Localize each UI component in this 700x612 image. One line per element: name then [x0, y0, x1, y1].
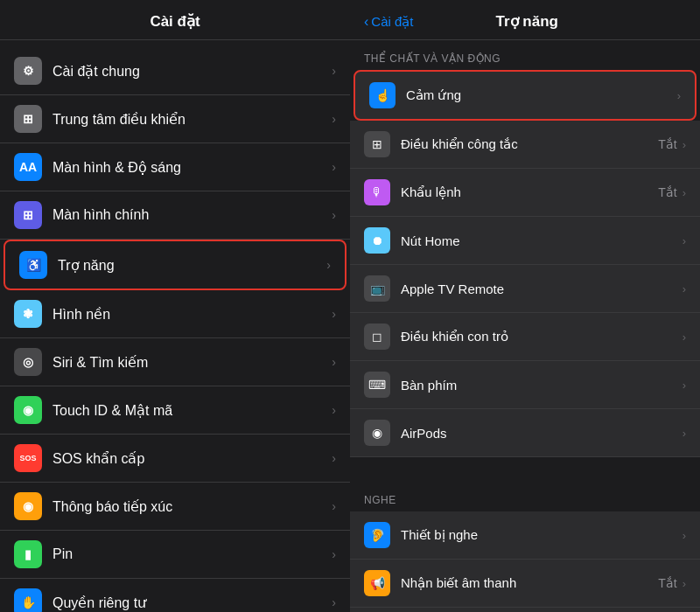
thiet-bi-nghe-chevron-icon: › — [682, 529, 686, 542]
nhan-biet-am-thanh-icon: 📢 — [364, 570, 390, 596]
left-item-sos[interactable]: SOSSOS khẩn cấp› — [0, 435, 350, 483]
section-header-the-chat-van-dong: THỂ CHẤT VÀ VẬN ĐỘNG — [350, 40, 700, 70]
ban-phim-icon: ⌨ — [364, 372, 390, 398]
hinh-nen-icon: ❃ — [14, 300, 42, 328]
nut-home-label: Nút Home — [401, 233, 682, 248]
hinh-nen-chevron-icon: › — [332, 307, 336, 321]
tro-nang-icon: ♿ — [19, 251, 47, 279]
pin-icon: ▮ — [14, 540, 42, 568]
dieu-khien-con-tro-label: Điều khiển con trỏ — [401, 329, 682, 344]
dieu-khien-con-tro-chevron-icon: › — [682, 330, 686, 344]
sos-icon: SOS — [14, 444, 42, 472]
right-item-airpods[interactable]: ◉AirPods› — [350, 409, 700, 457]
right-item-cam-ung[interactable]: ☝Cảm ứng› — [354, 70, 696, 121]
tro-nang-chevron-icon: › — [326, 258, 331, 272]
man-hinh-chinh-label: Màn hình chính — [52, 207, 325, 223]
left-panel: Cài đặt ⚙Cài đặt chung›⊞Trung tâm điều k… — [0, 0, 350, 612]
right-item-dieu-khien-cong-tac[interactable]: ⊞Điều khiển công tắcTắt› — [350, 121, 700, 169]
thiet-bi-nghe-icon: 🦻 — [364, 522, 390, 548]
khau-lenh-label: Khẩu lệnh — [401, 184, 658, 200]
dieu-khien-cong-tac-label: Điều khiển công tắc — [401, 136, 658, 152]
left-header: Cài đặt — [0, 0, 350, 40]
nhan-biet-am-thanh-label: Nhận biết âm thanh — [401, 575, 658, 591]
touch-id-label: Touch ID & Mật mã — [52, 402, 325, 419]
khau-lenh-value: Tắt — [658, 185, 676, 199]
khau-lenh-chevron-icon: › — [682, 186, 686, 199]
left-item-man-hinh-do-sang[interactable]: AAMàn hình & Độ sáng› — [0, 143, 350, 191]
cam-ung-chevron-icon: › — [677, 89, 681, 102]
apple-tv-remote-icon: 📺 — [364, 275, 390, 302]
right-header: ‹ Cài đặt Trợ năng — [350, 0, 700, 40]
thong-bao-label: Thông báo tiếp xúc — [52, 498, 325, 515]
siri-tim-kiem-chevron-icon: › — [332, 355, 336, 369]
nhan-biet-am-thanh-chevron-icon: › — [682, 577, 686, 590]
left-item-trung-tam-dieu-khien[interactable]: ⊞Trung tâm điều khiển› — [0, 95, 350, 143]
quyen-rieng-tu-chevron-icon: › — [332, 595, 336, 609]
dieu-khien-con-tro-icon: ◻ — [364, 323, 390, 350]
right-title: Trợ năng — [421, 12, 634, 31]
trung-tam-dieu-khien-icon: ⊞ — [14, 105, 42, 133]
touch-id-icon: ◉ — [14, 396, 42, 424]
left-item-hinh-nen[interactable]: ❃Hình nền› — [0, 290, 350, 338]
right-item-thiet-bi-nghe[interactable]: 🦻Thiết bị nghe› — [350, 511, 700, 560]
left-item-tro-nang[interactable]: ♿Trợ năng› — [4, 240, 346, 290]
dieu-khien-cong-tac-value: Tắt — [658, 137, 676, 151]
back-button[interactable]: ‹ Cài đặt — [364, 14, 414, 30]
thiet-bi-nghe-label: Thiết bị nghe — [401, 527, 682, 543]
ban-phim-label: Bàn phím — [401, 378, 682, 393]
man-hinh-chinh-icon: ⊞ — [14, 201, 42, 229]
trung-tam-dieu-khien-label: Trung tâm điều khiển — [52, 111, 325, 128]
back-label: Cài đặt — [371, 14, 413, 30]
touch-id-chevron-icon: › — [332, 403, 336, 417]
left-item-touch-id[interactable]: ◉Touch ID & Mật mã› — [0, 386, 350, 435]
back-chevron-icon: ‹ — [364, 14, 368, 30]
right-item-nhan-biet-am-thanh[interactable]: 📢Nhận biết âm thanhTắt› — [350, 560, 700, 608]
cai-dat-chung-chevron-icon: › — [332, 64, 336, 78]
apple-tv-remote-label: Apple TV Remote — [401, 282, 682, 296]
left-item-thong-bao[interactable]: ◉Thông báo tiếp xúc› — [0, 483, 350, 531]
right-item-dieu-khien-con-tro[interactable]: ◻Điều khiển con trỏ› — [350, 313, 700, 361]
siri-tim-kiem-label: Siri & Tìm kiếm — [52, 354, 325, 371]
dieu-khien-cong-tac-chevron-icon: › — [682, 138, 686, 151]
right-item-ban-phim[interactable]: ⌨Bàn phím› — [350, 361, 700, 409]
trung-tam-dieu-khien-chevron-icon: › — [332, 112, 336, 126]
left-item-cai-dat-chung[interactable]: ⚙Cài đặt chung› — [0, 47, 350, 95]
khau-lenh-icon: 🎙 — [364, 179, 390, 205]
pin-label: Pin — [52, 546, 325, 562]
airpods-icon: ◉ — [364, 420, 390, 446]
man-hinh-do-sang-label: Màn hình & Độ sáng — [52, 159, 325, 176]
pin-chevron-icon: › — [332, 547, 336, 561]
airpods-chevron-icon: › — [682, 427, 686, 440]
thong-bao-chevron-icon: › — [332, 499, 336, 513]
apple-tv-remote-chevron-icon: › — [682, 282, 686, 296]
man-hinh-chinh-chevron-icon: › — [332, 208, 336, 222]
thong-bao-icon: ◉ — [14, 492, 42, 520]
sos-chevron-icon: › — [332, 451, 336, 465]
nut-home-chevron-icon: › — [682, 234, 686, 247]
left-item-man-hinh-chinh[interactable]: ⊞Màn hình chính› — [0, 191, 350, 240]
left-item-pin[interactable]: ▮Pin› — [0, 531, 350, 579]
cam-ung-icon: ☝ — [369, 82, 396, 108]
left-item-siri-tim-kiem[interactable]: ◎Siri & Tìm kiếm› — [0, 338, 350, 386]
right-panel: ‹ Cài đặt Trợ năng THỂ CHẤT VÀ VẬN ĐỘNG☝… — [350, 0, 700, 612]
nut-home-icon: ⏺ — [364, 227, 390, 254]
left-list: ⚙Cài đặt chung›⊞Trung tâm điều khiển›AAM… — [0, 40, 350, 612]
quyen-rieng-tu-label: Quyền riêng tư — [52, 595, 325, 611]
nhan-biet-am-thanh-value: Tắt — [658, 576, 676, 590]
left-title: Cài đặt — [150, 13, 200, 30]
cam-ung-label: Cảm ứng — [406, 87, 677, 103]
sos-label: SOS khẩn cấp — [52, 450, 325, 467]
airpods-label: AirPods — [401, 426, 682, 441]
left-item-quyen-rieng-tu[interactable]: ✋Quyền riêng tư› — [0, 579, 350, 612]
dieu-khien-cong-tac-icon: ⊞ — [364, 131, 390, 157]
man-hinh-do-sang-icon: AA — [14, 153, 42, 181]
quyen-rieng-tu-icon: ✋ — [14, 588, 42, 612]
cai-dat-chung-icon: ⚙ — [14, 57, 42, 85]
section-header-nghe: NGHE — [350, 482, 700, 511]
right-item-am-thanh-hinh-anh[interactable]: 🔊Âm thanh/Hình ảnh› — [350, 608, 700, 612]
hinh-nen-label: Hình nền — [52, 306, 325, 323]
right-item-apple-tv-remote[interactable]: 📺Apple TV Remote› — [350, 265, 700, 313]
right-item-khau-lenh[interactable]: 🎙Khẩu lệnhTắt› — [350, 169, 700, 217]
cai-dat-chung-label: Cài đặt chung — [52, 63, 325, 80]
right-item-nut-home[interactable]: ⏺Nút Home› — [350, 217, 700, 265]
